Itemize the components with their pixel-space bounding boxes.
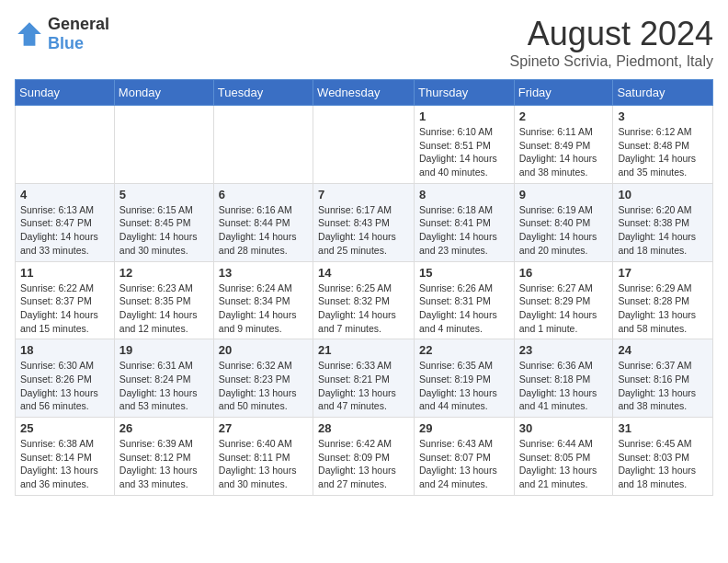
calendar-cell: 24Sunrise: 6:37 AM Sunset: 8:16 PM Dayli… xyxy=(613,339,713,418)
calendar-cell: 4Sunrise: 6:13 AM Sunset: 8:47 PM Daylig… xyxy=(16,183,115,261)
day-number: 12 xyxy=(119,266,209,280)
day-number: 4 xyxy=(20,188,109,201)
calendar-cell: 3Sunrise: 6:12 AM Sunset: 8:48 PM Daylig… xyxy=(613,106,713,184)
calendar-week-row: 11Sunrise: 6:22 AM Sunset: 8:37 PM Dayli… xyxy=(16,261,713,339)
day-number: 1 xyxy=(419,109,509,123)
day-number: 27 xyxy=(219,421,308,435)
day-info: Sunrise: 6:43 AM Sunset: 8:07 PM Dayligh… xyxy=(419,437,509,491)
day-info: Sunrise: 6:11 AM Sunset: 8:49 PM Dayligh… xyxy=(519,125,609,179)
day-number: 23 xyxy=(519,343,609,357)
weekday-header: Monday xyxy=(114,80,213,106)
day-number: 30 xyxy=(519,421,609,435)
logo-icon xyxy=(15,19,44,49)
calendar-cell: 14Sunrise: 6:25 AM Sunset: 8:32 PM Dayli… xyxy=(313,261,415,339)
logo-blue: Blue xyxy=(48,34,84,52)
calendar-cell xyxy=(213,106,313,184)
calendar-cell: 13Sunrise: 6:24 AM Sunset: 8:34 PM Dayli… xyxy=(213,261,313,339)
day-info: Sunrise: 6:27 AM Sunset: 8:29 PM Dayligh… xyxy=(519,282,609,336)
calendar-cell: 31Sunrise: 6:45 AM Sunset: 8:03 PM Dayli… xyxy=(613,418,713,496)
day-number: 8 xyxy=(419,188,509,201)
day-info: Sunrise: 6:10 AM Sunset: 8:51 PM Dayligh… xyxy=(419,125,509,179)
calendar-cell: 11Sunrise: 6:22 AM Sunset: 8:37 PM Dayli… xyxy=(16,261,115,339)
calendar-cell: 25Sunrise: 6:38 AM Sunset: 8:14 PM Dayli… xyxy=(16,418,115,496)
calendar-cell: 16Sunrise: 6:27 AM Sunset: 8:29 PM Dayli… xyxy=(514,261,613,339)
day-info: Sunrise: 6:36 AM Sunset: 8:18 PM Dayligh… xyxy=(519,359,609,413)
day-info: Sunrise: 6:26 AM Sunset: 8:31 PM Dayligh… xyxy=(419,282,509,336)
calendar-cell: 10Sunrise: 6:20 AM Sunset: 8:38 PM Dayli… xyxy=(613,183,713,261)
day-info: Sunrise: 6:32 AM Sunset: 8:23 PM Dayligh… xyxy=(219,359,308,413)
day-number: 22 xyxy=(419,343,509,357)
weekday-header: Friday xyxy=(514,80,613,106)
calendar-week-row: 4Sunrise: 6:13 AM Sunset: 8:47 PM Daylig… xyxy=(16,183,713,261)
calendar-cell: 12Sunrise: 6:23 AM Sunset: 8:35 PM Dayli… xyxy=(114,261,213,339)
day-info: Sunrise: 6:22 AM Sunset: 8:37 PM Dayligh… xyxy=(20,282,109,336)
calendar-week-row: 1Sunrise: 6:10 AM Sunset: 8:51 PM Daylig… xyxy=(16,106,713,184)
calendar-cell: 1Sunrise: 6:10 AM Sunset: 8:51 PM Daylig… xyxy=(415,106,515,184)
day-number: 3 xyxy=(618,109,708,123)
day-info: Sunrise: 6:17 AM Sunset: 8:43 PM Dayligh… xyxy=(318,203,409,258)
logo-general: General xyxy=(48,15,109,33)
calendar-cell: 7Sunrise: 6:17 AM Sunset: 8:43 PM Daylig… xyxy=(313,183,415,261)
day-info: Sunrise: 6:44 AM Sunset: 8:05 PM Dayligh… xyxy=(519,437,609,491)
day-info: Sunrise: 6:25 AM Sunset: 8:32 PM Dayligh… xyxy=(318,282,409,336)
calendar-cell: 8Sunrise: 6:18 AM Sunset: 8:41 PM Daylig… xyxy=(415,183,515,261)
day-info: Sunrise: 6:18 AM Sunset: 8:41 PM Dayligh… xyxy=(419,203,509,258)
calendar-cell: 18Sunrise: 6:30 AM Sunset: 8:26 PM Dayli… xyxy=(16,339,115,418)
calendar: SundayMondayTuesdayWednesdayThursdayFrid… xyxy=(15,79,713,496)
main-title: August 2024 xyxy=(510,15,713,53)
day-number: 5 xyxy=(119,188,209,201)
day-info: Sunrise: 6:13 AM Sunset: 8:47 PM Dayligh… xyxy=(20,203,109,258)
day-info: Sunrise: 6:40 AM Sunset: 8:11 PM Dayligh… xyxy=(219,437,308,491)
day-info: Sunrise: 6:30 AM Sunset: 8:26 PM Dayligh… xyxy=(20,359,109,413)
day-number: 21 xyxy=(318,343,409,357)
day-info: Sunrise: 6:23 AM Sunset: 8:35 PM Dayligh… xyxy=(119,282,209,336)
weekday-header: Thursday xyxy=(415,80,515,106)
calendar-cell: 15Sunrise: 6:26 AM Sunset: 8:31 PM Dayli… xyxy=(415,261,515,339)
day-number: 31 xyxy=(618,421,708,435)
calendar-cell: 29Sunrise: 6:43 AM Sunset: 8:07 PM Dayli… xyxy=(415,418,515,496)
calendar-cell xyxy=(114,106,213,184)
day-number: 24 xyxy=(618,343,708,357)
day-number: 2 xyxy=(519,109,609,123)
day-info: Sunrise: 6:33 AM Sunset: 8:21 PM Dayligh… xyxy=(318,359,409,413)
calendar-cell: 21Sunrise: 6:33 AM Sunset: 8:21 PM Dayli… xyxy=(313,339,415,418)
weekday-header: Sunday xyxy=(16,80,115,106)
page-header: General Blue August 2024 Spineto Scrivia… xyxy=(15,15,713,70)
day-info: Sunrise: 6:45 AM Sunset: 8:03 PM Dayligh… xyxy=(618,437,708,491)
day-number: 20 xyxy=(219,343,308,357)
calendar-cell: 17Sunrise: 6:29 AM Sunset: 8:28 PM Dayli… xyxy=(613,261,713,339)
day-info: Sunrise: 6:31 AM Sunset: 8:24 PM Dayligh… xyxy=(119,359,209,413)
day-info: Sunrise: 6:12 AM Sunset: 8:48 PM Dayligh… xyxy=(618,125,708,179)
day-number: 29 xyxy=(419,421,509,435)
day-info: Sunrise: 6:16 AM Sunset: 8:44 PM Dayligh… xyxy=(219,203,308,258)
day-info: Sunrise: 6:20 AM Sunset: 8:38 PM Dayligh… xyxy=(618,203,708,258)
calendar-cell: 22Sunrise: 6:35 AM Sunset: 8:19 PM Dayli… xyxy=(415,339,515,418)
day-info: Sunrise: 6:42 AM Sunset: 8:09 PM Dayligh… xyxy=(318,437,409,491)
calendar-cell: 5Sunrise: 6:15 AM Sunset: 8:45 PM Daylig… xyxy=(114,183,213,261)
day-info: Sunrise: 6:39 AM Sunset: 8:12 PM Dayligh… xyxy=(119,437,209,491)
calendar-cell: 20Sunrise: 6:32 AM Sunset: 8:23 PM Dayli… xyxy=(213,339,313,418)
svg-marker-0 xyxy=(17,22,41,46)
weekday-header: Saturday xyxy=(613,80,713,106)
day-info: Sunrise: 6:19 AM Sunset: 8:40 PM Dayligh… xyxy=(519,203,609,258)
calendar-cell: 6Sunrise: 6:16 AM Sunset: 8:44 PM Daylig… xyxy=(213,183,313,261)
day-number: 7 xyxy=(318,188,409,201)
day-number: 9 xyxy=(519,188,609,201)
calendar-cell: 27Sunrise: 6:40 AM Sunset: 8:11 PM Dayli… xyxy=(213,418,313,496)
weekday-header-row: SundayMondayTuesdayWednesdayThursdayFrid… xyxy=(16,80,713,106)
calendar-cell: 28Sunrise: 6:42 AM Sunset: 8:09 PM Dayli… xyxy=(313,418,415,496)
day-number: 6 xyxy=(219,188,308,201)
weekday-header: Tuesday xyxy=(213,80,313,106)
title-block: August 2024 Spineto Scrivia, Piedmont, I… xyxy=(510,15,713,70)
day-info: Sunrise: 6:24 AM Sunset: 8:34 PM Dayligh… xyxy=(219,282,308,336)
subtitle: Spineto Scrivia, Piedmont, Italy xyxy=(510,53,713,70)
calendar-cell: 26Sunrise: 6:39 AM Sunset: 8:12 PM Dayli… xyxy=(114,418,213,496)
day-info: Sunrise: 6:29 AM Sunset: 8:28 PM Dayligh… xyxy=(618,282,708,336)
day-number: 15 xyxy=(419,266,509,280)
day-info: Sunrise: 6:38 AM Sunset: 8:14 PM Dayligh… xyxy=(20,437,109,491)
day-number: 25 xyxy=(20,421,109,435)
logo: General Blue xyxy=(15,15,109,53)
calendar-cell: 2Sunrise: 6:11 AM Sunset: 8:49 PM Daylig… xyxy=(514,106,613,184)
day-number: 16 xyxy=(519,266,609,280)
day-info: Sunrise: 6:15 AM Sunset: 8:45 PM Dayligh… xyxy=(119,203,209,258)
